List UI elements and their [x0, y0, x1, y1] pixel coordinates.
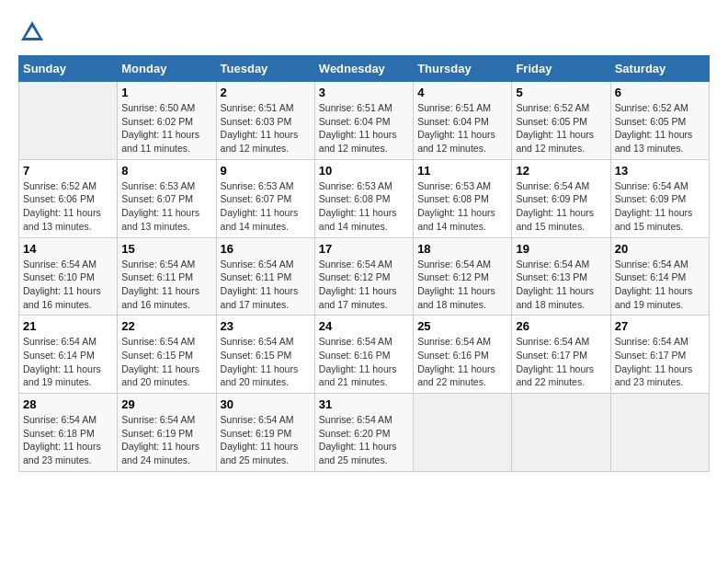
daylight: Daylight: 11 hours and 16 minutes.	[121, 285, 199, 310]
sunrise: Sunrise: 6:54 AM	[417, 336, 491, 347]
day-info: Sunrise: 6:54 AM Sunset: 6:11 PM Dayligh…	[121, 258, 211, 312]
daylight: Daylight: 11 hours and 14 minutes.	[417, 207, 495, 232]
sunrise: Sunrise: 6:54 AM	[516, 259, 589, 270]
sunset: Sunset: 6:10 PM	[23, 271, 95, 282]
day-info: Sunrise: 6:54 AM Sunset: 6:14 PM Dayligh…	[23, 335, 113, 389]
sunset: Sunset: 6:07 PM	[221, 193, 292, 204]
daylight: Daylight: 11 hours and 20 minutes.	[221, 363, 299, 388]
sunrise: Sunrise: 6:54 AM	[121, 259, 195, 270]
week-row-3: 21 Sunrise: 6:54 AM Sunset: 6:14 PM Dayl…	[19, 316, 710, 394]
day-number: 31	[319, 397, 409, 411]
sunrise: Sunrise: 6:53 AM	[121, 180, 195, 191]
sunrise: Sunrise: 6:51 AM	[417, 102, 491, 113]
weekday-header-sunday: Sunday	[19, 56, 118, 82]
daylight: Daylight: 11 hours and 11 minutes.	[121, 129, 199, 154]
day-info: Sunrise: 6:54 AM Sunset: 6:15 PM Dayligh…	[121, 335, 211, 389]
calendar-cell: 9 Sunrise: 6:53 AM Sunset: 6:07 PM Dayli…	[216, 159, 314, 237]
calendar-cell: 3 Sunrise: 6:51 AM Sunset: 6:04 PM Dayli…	[314, 82, 413, 160]
daylight: Daylight: 11 hours and 22 minutes.	[417, 363, 495, 388]
logo-icon	[18, 18, 46, 46]
sunset: Sunset: 6:08 PM	[319, 193, 391, 204]
sunset: Sunset: 6:12 PM	[319, 271, 391, 282]
day-info: Sunrise: 6:54 AM Sunset: 6:12 PM Dayligh…	[319, 258, 409, 312]
day-number: 1	[121, 86, 211, 99]
sunset: Sunset: 6:15 PM	[121, 350, 193, 361]
sunset: Sunset: 6:14 PM	[615, 271, 687, 282]
weekday-header-thursday: Thursday	[414, 56, 512, 82]
day-number: 19	[516, 242, 606, 256]
sunset: Sunset: 6:18 PM	[23, 428, 95, 439]
day-number: 27	[615, 319, 705, 333]
sunset: Sunset: 6:06 PM	[23, 193, 95, 204]
weekday-header-saturday: Saturday	[610, 56, 709, 82]
sunrise: Sunrise: 6:54 AM	[319, 259, 392, 270]
day-number: 30	[221, 397, 311, 411]
week-row-2: 14 Sunrise: 6:54 AM Sunset: 6:10 PM Dayl…	[19, 237, 710, 316]
calendar-cell	[610, 394, 709, 472]
day-number: 6	[615, 86, 705, 99]
day-number: 15	[121, 242, 211, 256]
daylight: Daylight: 11 hours and 13 minutes.	[23, 207, 101, 232]
sunrise: Sunrise: 6:53 AM	[221, 180, 294, 191]
day-number: 2	[221, 86, 311, 99]
calendar-cell: 8 Sunrise: 6:53 AM Sunset: 6:07 PM Dayli…	[118, 159, 216, 237]
calendar-cell: 13 Sunrise: 6:54 AM Sunset: 6:09 PM Dayl…	[610, 159, 709, 237]
sunrise: Sunrise: 6:54 AM	[615, 336, 688, 347]
daylight: Daylight: 11 hours and 23 minutes.	[615, 363, 693, 388]
sunset: Sunset: 6:04 PM	[417, 116, 489, 127]
daylight: Daylight: 11 hours and 14 minutes.	[221, 207, 299, 232]
sunrise: Sunrise: 6:53 AM	[417, 180, 491, 191]
day-info: Sunrise: 6:54 AM Sunset: 6:19 PM Dayligh…	[121, 413, 211, 467]
daylight: Daylight: 11 hours and 15 minutes.	[615, 207, 693, 232]
sunset: Sunset: 6:09 PM	[516, 193, 587, 204]
sunset: Sunset: 6:12 PM	[417, 271, 489, 282]
calendar-header: SundayMondayTuesdayWednesdayThursdayFrid…	[19, 56, 710, 82]
day-number: 3	[319, 86, 409, 99]
sunset: Sunset: 6:15 PM	[221, 350, 292, 361]
sunset: Sunset: 6:16 PM	[417, 350, 489, 361]
calendar-cell: 2 Sunrise: 6:51 AM Sunset: 6:03 PM Dayli…	[216, 82, 314, 160]
day-number: 11	[417, 164, 507, 178]
daylight: Daylight: 11 hours and 17 minutes.	[221, 285, 299, 310]
calendar-cell: 25 Sunrise: 6:54 AM Sunset: 6:16 PM Dayl…	[414, 316, 512, 394]
sunset: Sunset: 6:09 PM	[615, 193, 687, 204]
calendar-cell: 27 Sunrise: 6:54 AM Sunset: 6:17 PM Dayl…	[610, 316, 709, 394]
calendar-cell: 16 Sunrise: 6:54 AM Sunset: 6:11 PM Dayl…	[216, 237, 314, 316]
daylight: Daylight: 11 hours and 19 minutes.	[615, 285, 693, 310]
sunrise: Sunrise: 6:54 AM	[221, 336, 294, 347]
calendar-body: 1 Sunrise: 6:50 AM Sunset: 6:02 PM Dayli…	[19, 82, 710, 472]
daylight: Daylight: 11 hours and 13 minutes.	[615, 129, 693, 154]
sunset: Sunset: 6:05 PM	[516, 116, 587, 127]
day-info: Sunrise: 6:51 AM Sunset: 6:04 PM Dayligh…	[417, 101, 507, 155]
weekday-row: SundayMondayTuesdayWednesdayThursdayFrid…	[19, 56, 710, 82]
weekday-header-friday: Friday	[512, 56, 610, 82]
day-number: 24	[319, 319, 409, 333]
calendar-table: SundayMondayTuesdayWednesdayThursdayFrid…	[18, 55, 710, 472]
day-info: Sunrise: 6:50 AM Sunset: 6:02 PM Dayligh…	[121, 101, 211, 155]
daylight: Daylight: 11 hours and 12 minutes.	[319, 129, 397, 154]
calendar-cell: 4 Sunrise: 6:51 AM Sunset: 6:04 PM Dayli…	[414, 82, 512, 160]
day-number: 17	[319, 242, 409, 256]
daylight: Daylight: 11 hours and 18 minutes.	[417, 285, 495, 310]
day-info: Sunrise: 6:53 AM Sunset: 6:07 PM Dayligh…	[221, 179, 311, 234]
day-number: 14	[23, 242, 113, 256]
calendar-cell: 11 Sunrise: 6:53 AM Sunset: 6:08 PM Dayl…	[414, 159, 512, 237]
day-info: Sunrise: 6:54 AM Sunset: 6:10 PM Dayligh…	[23, 258, 113, 312]
sunrise: Sunrise: 6:52 AM	[615, 102, 688, 113]
daylight: Daylight: 11 hours and 13 minutes.	[121, 207, 199, 232]
sunrise: Sunrise: 6:54 AM	[121, 414, 195, 425]
sunrise: Sunrise: 6:50 AM	[121, 102, 195, 113]
daylight: Daylight: 11 hours and 19 minutes.	[23, 363, 101, 388]
day-info: Sunrise: 6:54 AM Sunset: 6:09 PM Dayligh…	[615, 179, 705, 234]
sunset: Sunset: 6:08 PM	[417, 193, 489, 204]
calendar-cell: 15 Sunrise: 6:54 AM Sunset: 6:11 PM Dayl…	[118, 237, 216, 316]
daylight: Daylight: 11 hours and 14 minutes.	[319, 207, 397, 232]
calendar-cell: 12 Sunrise: 6:54 AM Sunset: 6:09 PM Dayl…	[512, 159, 610, 237]
sunset: Sunset: 6:02 PM	[121, 116, 193, 127]
day-number: 7	[23, 164, 113, 178]
sunrise: Sunrise: 6:53 AM	[319, 180, 392, 191]
calendar-cell: 20 Sunrise: 6:54 AM Sunset: 6:14 PM Dayl…	[610, 237, 709, 316]
calendar-cell	[512, 394, 610, 472]
sunrise: Sunrise: 6:54 AM	[221, 414, 294, 425]
sunset: Sunset: 6:04 PM	[319, 116, 391, 127]
